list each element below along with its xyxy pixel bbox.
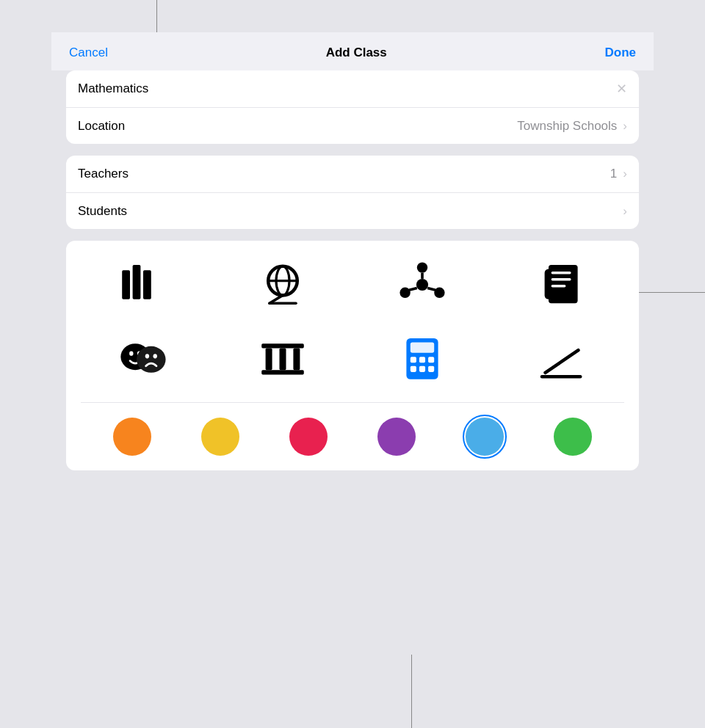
svg-point-11 <box>417 262 427 272</box>
svg-rect-30 <box>293 349 300 371</box>
svg-rect-37 <box>419 366 425 372</box>
modal-header: Cancel Add Class Done <box>51 32 654 70</box>
svg-rect-32 <box>411 342 434 352</box>
svg-rect-15 <box>549 265 578 303</box>
color-orange[interactable] <box>113 418 151 456</box>
teachers-count: 1 <box>129 167 620 181</box>
svg-point-24 <box>145 354 149 358</box>
globe-icon[interactable] <box>220 255 345 314</box>
svg-rect-0 <box>122 270 130 299</box>
columns-icon[interactable] <box>220 329 345 387</box>
theater-icon[interactable] <box>81 329 206 387</box>
customization-section <box>66 241 639 470</box>
students-chevron-icon: › <box>623 204 627 219</box>
svg-rect-34 <box>419 357 425 363</box>
svg-line-39 <box>546 350 579 373</box>
location-row[interactable]: Location Township Schools › <box>66 107 639 144</box>
svg-rect-16 <box>545 269 553 299</box>
svg-rect-26 <box>261 343 304 348</box>
cancel-button[interactable]: Cancel <box>69 46 108 60</box>
color-yellow[interactable] <box>201 418 239 456</box>
scroll-icon[interactable] <box>499 255 624 314</box>
class-name-input[interactable] <box>78 81 610 96</box>
svg-rect-27 <box>261 370 304 374</box>
pencil-icon[interactable] <box>499 329 624 387</box>
library-icon[interactable] <box>81 255 206 314</box>
color-green[interactable] <box>554 418 592 456</box>
colors-row <box>81 418 624 456</box>
svg-rect-38 <box>428 366 434 372</box>
class-info-section: ✕ Location Township Schools › <box>66 70 639 144</box>
teachers-chevron-icon: › <box>623 167 627 181</box>
icons-grid <box>81 255 624 387</box>
people-section: Teachers 1 › Students › <box>66 156 639 229</box>
svg-rect-28 <box>266 349 272 371</box>
class-name-row: ✕ <box>66 70 639 107</box>
location-label: Location <box>78 119 125 134</box>
network-icon[interactable] <box>360 255 485 314</box>
svg-rect-2 <box>143 270 151 299</box>
svg-point-8 <box>416 279 428 291</box>
location-value: Township Schools <box>125 119 620 134</box>
svg-line-14 <box>427 288 435 291</box>
done-button[interactable]: Done <box>605 46 637 60</box>
svg-rect-36 <box>411 366 416 372</box>
svg-rect-18 <box>552 278 571 281</box>
svg-rect-1 <box>133 265 141 299</box>
color-purple[interactable] <box>377 418 416 456</box>
teachers-row[interactable]: Teachers 1 › <box>66 156 639 192</box>
svg-rect-35 <box>428 357 434 363</box>
svg-point-25 <box>153 354 157 358</box>
svg-rect-29 <box>280 349 286 371</box>
students-row[interactable]: Students › <box>66 192 639 229</box>
svg-line-13 <box>409 288 417 291</box>
svg-rect-33 <box>411 357 416 363</box>
color-blue[interactable] <box>466 418 504 456</box>
location-chevron-icon: › <box>623 119 627 134</box>
students-label: Students <box>78 204 127 219</box>
calculator-icon[interactable] <box>360 329 485 387</box>
svg-rect-19 <box>552 285 566 288</box>
color-red[interactable] <box>289 418 328 456</box>
svg-point-21 <box>129 352 133 356</box>
clear-button[interactable]: ✕ <box>616 81 627 97</box>
svg-point-23 <box>137 346 166 373</box>
icons-colors-divider <box>81 402 624 403</box>
modal-title: Add Class <box>326 46 387 60</box>
svg-rect-17 <box>552 272 571 274</box>
teachers-label: Teachers <box>78 167 129 181</box>
